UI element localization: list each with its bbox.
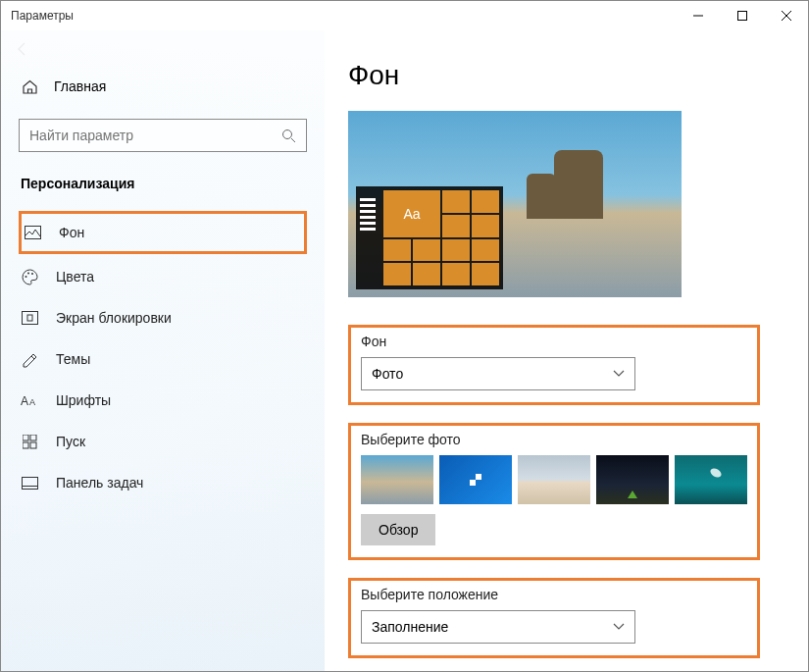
svg-text:A: A [21,394,28,407]
position-dropdown[interactable]: Заполнение [361,610,635,644]
photo-thumb-3[interactable] [518,455,590,504]
svg-point-1 [283,129,292,138]
desktop-preview: Aa [348,111,682,297]
chevron-down-icon [613,370,625,378]
background-type-section: Фон Фото [348,325,760,405]
svg-text:A: A [29,397,35,407]
photo-thumbnails [361,455,747,504]
fonts-icon: AA [21,391,38,409]
preview-tile-aa: Aa [383,190,440,237]
nav-label: Панель задач [56,475,143,491]
maximize-button[interactable] [720,1,764,30]
svg-rect-14 [22,477,37,489]
nav-label: Экран блокировки [56,310,172,326]
sidebar-item-fonts[interactable]: AA Шрифты [1,380,325,421]
page-title: Фон [348,60,784,91]
search-icon [281,129,296,143]
main-panel: Фон Aa Фон Фото [325,30,808,671]
position-label: Выберите положение [361,587,747,602]
svg-rect-12 [23,442,28,448]
sidebar-item-start[interactable]: Пуск [1,421,325,462]
home-icon [21,78,38,95]
svg-point-5 [31,273,33,275]
svg-point-3 [25,276,26,278]
browse-button[interactable]: Обзор [361,514,435,545]
themes-icon [21,350,38,368]
close-button[interactable] [764,1,808,30]
nav-label: Фон [59,225,84,240]
sidebar-item-themes[interactable]: Темы [1,338,325,380]
search-input[interactable] [29,128,281,143]
photo-thumb-1[interactable] [361,455,433,504]
sidebar-item-background[interactable]: Фон [19,211,307,254]
photo-thumb-4[interactable] [596,455,669,504]
sidebar-item-taskbar[interactable]: Панель задач [1,462,325,503]
svg-rect-7 [27,315,32,321]
photo-thumb-2[interactable] [439,455,512,504]
svg-rect-6 [22,312,37,325]
svg-rect-0 [737,12,746,21]
nav-label: Цвета [56,269,94,284]
dropdown-value: Фото [372,366,403,382]
nav-label: Темы [56,351,90,367]
position-section: Выберите положение Заполнение [348,578,760,658]
choose-photo-section: Выберите фото Обзор [348,423,760,560]
preview-start-mockup: Aa [356,186,503,289]
background-dropdown[interactable]: Фото [361,357,635,390]
svg-point-4 [27,272,29,274]
search-box[interactable] [19,119,307,152]
home-label: Главная [54,78,106,94]
window-title: Параметры [11,9,74,23]
nav-label: Шрифты [56,392,111,408]
section-title: Персонализация [1,176,325,209]
background-label: Фон [361,334,747,349]
svg-rect-11 [30,435,36,440]
sidebar: Главная Персонализация Фон Цвета [1,30,325,671]
svg-rect-13 [30,442,36,448]
dropdown-value: Заполнение [372,619,448,635]
lockscreen-icon [21,309,38,327]
sidebar-item-colors[interactable]: Цвета [1,256,325,297]
home-link[interactable]: Главная [1,70,325,103]
choose-photo-label: Выберите фото [361,432,747,447]
start-icon [21,433,38,450]
settings-window: Параметры Главная [0,0,809,672]
nav-label: Пуск [56,434,85,449]
sidebar-item-lockscreen[interactable]: Экран блокировки [1,297,325,338]
svg-rect-2 [25,227,40,239]
palette-icon [21,268,38,285]
window-controls [676,1,808,30]
minimize-button[interactable] [676,1,720,30]
svg-rect-10 [23,435,28,440]
preview-landscape [554,150,603,219]
photo-thumb-5[interactable] [675,455,747,504]
picture-icon [24,224,41,241]
chevron-down-icon [613,623,625,631]
taskbar-icon [21,474,38,491]
titlebar: Параметры [1,1,808,30]
